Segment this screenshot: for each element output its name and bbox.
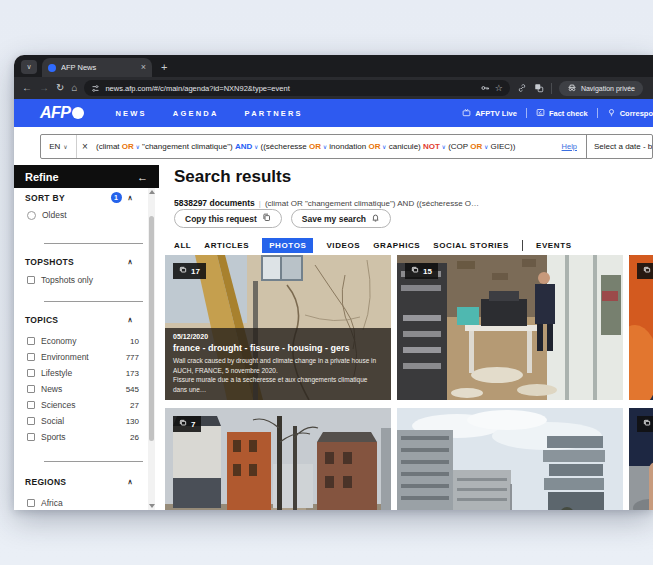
clear-search-icon[interactable]: × [77,141,93,152]
private-browsing-badge: Navigation privée [559,81,643,96]
url-text[interactable]: news.afp.com/#/c/main/agenda?id=NXN92&ty… [105,84,474,93]
sidebar-divider [44,301,143,302]
site-header: AFP NEWS AGENDA PARTNERS AFPTV Live Fact… [14,99,653,127]
browser-window: ∨ AFP News × + ← → ↻ ⌂ news.afp.com/#/c/… [14,55,653,510]
browser-toolbar: ← → ↻ ⌂ news.afp.com/#/c/main/agenda?id=… [14,77,653,99]
query-token: GIEC)) [488,142,515,151]
query-token: inondation [327,142,368,151]
util-separator [597,108,598,118]
checkbox[interactable] [27,433,35,441]
afp-logo-dot [72,107,84,119]
fact-check-link[interactable]: Fact check [536,108,588,119]
filter-row-lifestyle[interactable]: Lifestyle173 [27,365,139,381]
sort-option-oldest[interactable]: Oldest [27,210,133,220]
photo-stack-icon [643,266,651,276]
topshots-only-label: Topshots only [41,275,93,285]
photo-count: 7 [191,420,195,429]
sort-by-label: SORT BY [25,193,65,203]
translate-icon[interactable] [534,83,544,93]
checkbox[interactable] [27,337,35,345]
date-range-picker[interactable]: Select a date - betwee [586,135,652,158]
filter-row-africa[interactable]: Africa [27,495,139,510]
password-key-icon[interactable] [480,83,490,93]
filter-row-economy[interactable]: Economy10 [27,333,139,349]
afp-logo-text: AFP [40,104,71,122]
checkbox[interactable] [27,276,35,284]
checkbox[interactable] [27,417,35,425]
forward-icon[interactable]: → [39,83,49,93]
afp-logo[interactable]: AFP [40,104,84,122]
search-query-input[interactable]: (climat OR ∨ "changement climatique") AN… [93,142,553,151]
photo-card[interactable] [397,408,623,510]
afptv-live-link[interactable]: AFPTV Live [462,108,517,119]
sidebar-divider [44,461,143,462]
back-icon[interactable]: ← [22,83,32,93]
checkbox[interactable] [27,385,35,393]
filter-count: 173 [126,369,139,378]
afptv-live-label: AFPTV Live [475,109,517,118]
filter-row-sciences[interactable]: Sciences27 [27,397,139,413]
filter-row-environment[interactable]: Environment777 [27,349,139,365]
photo-card[interactable]: 1705/12/2020france - drought - fissure -… [165,255,391,400]
correspondents-label: Correspo [620,109,653,118]
tune-icon[interactable] [91,84,100,93]
filter-label: News [41,384,62,394]
filter-count: 27 [130,401,139,410]
fact-check-icon [536,108,545,119]
filter-label: Environment [41,352,89,362]
nav-item-agenda[interactable]: AGENDA [173,109,219,118]
checkbox[interactable] [27,499,35,507]
photo-caption-overlay: 05/12/2020france - drought - fissure - h… [165,328,391,400]
browser-tab[interactable]: AFP News × [42,58,152,77]
filter-row-social[interactable]: Social130 [27,413,139,429]
topshots-label: TOPSHOTS [25,257,74,267]
photo-count-badge: 9 [637,263,653,279]
radio-button[interactable] [27,211,36,220]
filter-label: Sciences [41,400,76,410]
home-icon[interactable]: ⌂ [71,83,77,93]
collapse-sidebar-icon[interactable]: ← [137,171,148,183]
bookmark-star-icon[interactable]: ☆ [495,84,503,93]
photo-card[interactable]: 15 [397,255,623,400]
sort-by-section-header[interactable]: SORT BY 1 ∧ [25,192,133,203]
regions-list: Africa [27,495,139,510]
checkbox[interactable] [27,401,35,409]
nav-item-news[interactable]: NEWS [116,109,147,118]
language-selector[interactable]: EN ∨ [41,135,77,158]
scrollbar-thumb[interactable] [149,216,154,441]
link-extension-icon[interactable] [517,83,527,93]
filter-row-sports[interactable]: Sports26 [27,429,139,445]
topics-section-header[interactable]: TOPICS ∧ [25,315,133,325]
topics-label: TOPICS [25,315,58,325]
query-token: OR [368,142,380,151]
photo-count-badge: 19 [637,416,653,432]
photo-count: 15 [423,267,432,276]
topics-list: Economy10Environment777Lifestyle173News5… [27,333,139,445]
sidebar-scrollbar[interactable] [148,188,155,510]
checkbox[interactable] [27,353,35,361]
search-box[interactable]: EN ∨ × (climat OR ∨ "changement climatiq… [40,134,653,159]
photo-card[interactable]: 19 [629,408,653,510]
tab-search-button[interactable]: ∨ [21,60,37,74]
photo-card[interactable]: 9 [629,255,653,400]
scroll-up-arrow[interactable] [148,188,155,196]
nav-item-partners[interactable]: PARTNERS [245,109,303,118]
regions-section-header[interactable]: REGIONS ∧ [25,477,133,487]
correspondents-link[interactable]: Correspo [607,108,653,119]
url-bar[interactable]: news.afp.com/#/c/main/agenda?id=NXN92&ty… [84,80,509,96]
photo-stack-icon [179,266,187,276]
new-tab-button[interactable]: + [161,61,167,73]
browser-tab-strip: ∨ AFP News × + [14,55,653,77]
checkbox[interactable] [27,369,35,377]
photo-card[interactable]: 7 [165,408,391,510]
filter-row-news[interactable]: News545 [27,381,139,397]
query-token: "changement climatique") [140,142,235,151]
tab-close-icon[interactable]: × [141,63,146,72]
photo-date: 05/12/2020 [173,333,383,340]
scroll-down-arrow[interactable] [148,502,155,510]
help-link[interactable]: Help [562,142,577,151]
topshots-section-header[interactable]: TOPSHOTS ∧ [25,257,133,267]
filter-label: Economy [41,336,76,346]
topshots-only-filter[interactable]: Topshots only [27,275,133,285]
reload-icon[interactable]: ↻ [56,83,64,93]
